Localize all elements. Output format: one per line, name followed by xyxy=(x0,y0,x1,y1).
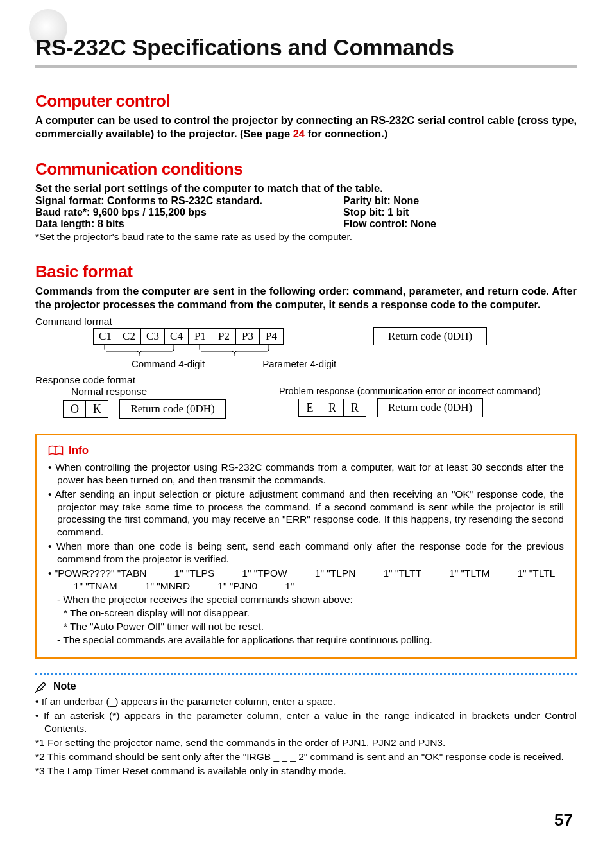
info-sub-2: * The "Auto Power Off" timer will not be… xyxy=(48,620,564,633)
note-star-1: *2 This command should be sent only afte… xyxy=(35,751,577,763)
note-item-0: • If an underbar (_) appears in the para… xyxy=(35,695,577,708)
pencil-icon xyxy=(35,680,49,693)
page-number: 57 xyxy=(35,810,577,830)
return-code-box-1: Return code (0DH) xyxy=(373,327,487,345)
info-item-0: • When controlling the projector using R… xyxy=(48,461,564,487)
cell-r1: R xyxy=(321,399,344,417)
cell-p4: P4 xyxy=(260,329,283,344)
info-item-2: • When more than one code is being sent,… xyxy=(48,540,564,566)
info-item-1: • After sending an input selection or pi… xyxy=(48,488,564,539)
cell-c2: C2 xyxy=(117,329,141,344)
note-item-1: • If an asterisk (*) appears in the para… xyxy=(35,709,577,735)
basic-format-text: Commands from the computer are sent in t… xyxy=(35,284,577,311)
info-list: • When controlling the projector using R… xyxy=(48,461,564,647)
normal-response-label: Normal response xyxy=(35,386,253,397)
comm-l3a: Data length: 8 bits xyxy=(35,218,343,230)
cell-o: O xyxy=(63,400,86,418)
cell-e: E xyxy=(298,399,321,417)
dotted-divider xyxy=(35,673,577,675)
info-sub-0: - When the projector receives the specia… xyxy=(48,593,564,606)
comm-l1b: Parity bit: None xyxy=(343,195,577,207)
heading-communication-conditions: Communication conditions xyxy=(35,159,577,179)
page-title: RS-232C Specifications and Commands xyxy=(35,35,577,68)
heading-basic-format: Basic format xyxy=(35,262,577,282)
comm-l3b: Flow control: None xyxy=(343,218,577,230)
heading-computer-control: Computer control xyxy=(35,91,577,111)
cell-r2: R xyxy=(343,399,366,417)
note-star-0: *1 For setting the projector name, send … xyxy=(35,736,577,749)
return-code-box-3: Return code (0DH) xyxy=(377,398,483,417)
info-label: Info xyxy=(69,444,89,457)
comm-row-2: Baud rate*: 9,600 bps / 115,200 bps Stop… xyxy=(35,207,577,218)
connector-braces xyxy=(93,345,285,357)
note-label: Note xyxy=(53,681,76,692)
return-code-box-2: Return code (0DH) xyxy=(119,399,225,419)
err-cells: E R R xyxy=(298,399,366,417)
cc-text-b: for connection.) xyxy=(305,128,387,139)
note-list: • If an underbar (_) appears in the para… xyxy=(35,695,577,778)
response-format-label: Response code format xyxy=(35,374,577,386)
info-box: Info • When controlling the projector us… xyxy=(35,434,577,659)
comm-intro: Set the serial port settings of the comp… xyxy=(35,182,577,195)
cell-k: K xyxy=(85,400,108,418)
cell-c3: C3 xyxy=(141,329,165,344)
command-diagram: Command format C1 C2 C3 C4 P1 P2 P3 P4 R… xyxy=(35,316,577,419)
comm-l2a: Baud rate*: 9,600 bps / 115,200 bps xyxy=(35,207,343,218)
comm-footnote: *Set the projector's baud rate to the sa… xyxy=(35,231,577,243)
page-ref: 24 xyxy=(293,128,305,139)
ok-cells: O K xyxy=(63,400,108,418)
cell-c1: C1 xyxy=(94,329,117,344)
under-label-parameter: Parameter 4-digit xyxy=(262,358,336,369)
info-sub-3: - The special commands are available for… xyxy=(48,634,564,647)
cell-p2: P2 xyxy=(212,329,236,344)
comm-l2b: Stop bit: 1 bit xyxy=(343,207,577,218)
computer-control-text: A computer can be used to control the pr… xyxy=(35,114,577,140)
book-icon xyxy=(48,445,64,456)
under-label-command: Command 4-digit xyxy=(132,358,205,369)
cell-c4: C4 xyxy=(165,329,189,344)
comm-l1a: Signal format: Conforms to RS-232C stand… xyxy=(35,195,343,207)
cell-p3: P3 xyxy=(236,329,260,344)
command-format-label: Command format xyxy=(35,316,577,327)
comm-row-3: Data length: 8 bits Flow control: None xyxy=(35,218,577,230)
cell-p1: P1 xyxy=(189,329,212,344)
info-sub-1: * The on-screen display will not disappe… xyxy=(48,607,564,620)
comm-row-1: Signal format: Conforms to RS-232C stand… xyxy=(35,195,577,207)
info-item-3: • "POWR????" "TABN _ _ _ 1" "TLPS _ _ _ … xyxy=(48,567,564,593)
problem-response-label: Problem response (communication error or… xyxy=(279,386,577,396)
command-cells: C1 C2 C3 C4 P1 P2 P3 P4 xyxy=(93,328,284,345)
note-star-2: *3 The Lamp Timer Reset command is avail… xyxy=(35,765,577,777)
